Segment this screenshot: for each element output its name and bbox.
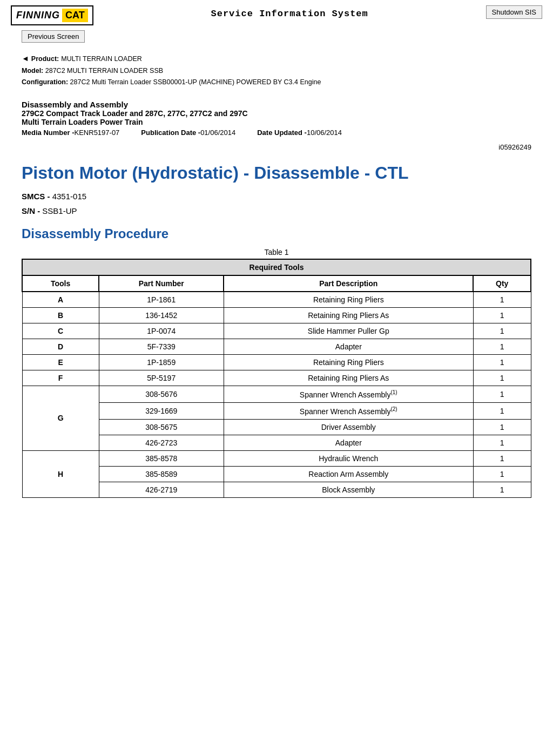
part-desc-F: Retaining Ring Pliers As: [224, 370, 473, 386]
table-row: B 136-1452 Retaining Ring Pliers As 1: [22, 308, 531, 323]
updated-date-value: 10/06/2014: [307, 129, 342, 137]
part-num-F: 5P-5197: [99, 370, 224, 386]
part-desc-G1: Spanner Wrench Assembly(1): [224, 386, 473, 403]
header: FINNING CAT Service Information System S…: [0, 0, 553, 28]
part-num-H1: 385-8578: [99, 450, 224, 466]
pub-date-value: 01/06/2014: [200, 129, 235, 137]
table-caption: Table 1: [22, 248, 531, 256]
qty-G1: 1: [473, 386, 531, 403]
qty-H3: 1: [473, 482, 531, 497]
part-num-H2: 385-8589: [99, 466, 224, 482]
doc-meta-row: Media Number -KENR5197-07 Publication Da…: [22, 129, 531, 137]
media-number: KENR5197-07: [75, 129, 120, 137]
qty-H2: 1: [473, 466, 531, 482]
table-row: A 1P-1861 Retaining Ring Pliers 1: [22, 292, 531, 308]
doc-section: Disassembly and Assembly 279C2 Compact T…: [0, 92, 553, 140]
part-desc-E: Retaining Ring Pliers: [224, 355, 473, 370]
part-num-E: 1P-1859: [99, 355, 224, 370]
part-desc-A: Retaining Ring Pliers: [224, 292, 473, 308]
qty-D: 1: [473, 339, 531, 355]
tool-F: F: [22, 370, 99, 386]
part-desc-H1: Hydraulic Wrench: [224, 450, 473, 466]
smcs-line: SMCS - 4351-015: [0, 186, 553, 206]
qty-G4: 1: [473, 435, 531, 450]
table-row: C 1P-0074 Slide Hammer Puller Gp 1: [22, 323, 531, 339]
table-section: Table 1 Required Tools Tools Part Number…: [0, 245, 553, 508]
table-row: D 5F-7339 Adapter 1: [22, 339, 531, 355]
table-row: 426-2723 Adapter 1: [22, 435, 531, 450]
part-num-B: 136-1452: [99, 308, 224, 323]
tool-E: E: [22, 355, 99, 370]
table-row: H 385-8578 Hydraulic Wrench 1: [22, 450, 531, 466]
updated-label: Date Updated -: [257, 129, 307, 137]
qty-G2: 1: [473, 402, 531, 419]
shutdown-button[interactable]: Shutdown SIS: [486, 5, 542, 19]
table-row: E 1P-1859 Retaining Ring Pliers 1: [22, 355, 531, 370]
required-tools-table: Required Tools Tools Part Number Part De…: [22, 259, 531, 497]
part-desc-C: Slide Hammer Puller Gp: [224, 323, 473, 339]
pub-date-label: Publication Date -: [141, 129, 200, 137]
col-qty: Qty: [473, 275, 531, 292]
service-info-title: Service Information System: [93, 5, 486, 19]
table-row: 385-8589 Reaction Arm Assembly 1: [22, 466, 531, 482]
table-row: 329-1669 Spanner Wrench Assembly(2) 1: [22, 402, 531, 419]
part-desc-G2: Spanner Wrench Assembly(2): [224, 402, 473, 419]
pub-date-item: Publication Date -01/06/2014: [141, 129, 235, 137]
tool-C: C: [22, 323, 99, 339]
sn-label: S/N -: [22, 206, 40, 215]
smcs-value: 4351-015: [52, 192, 86, 201]
part-desc-H2: Reaction Arm Assembly: [224, 466, 473, 482]
table-row: 426-2719 Block Assembly 1: [22, 482, 531, 497]
tool-D: D: [22, 339, 99, 355]
table-header-cell: Required Tools: [22, 259, 531, 275]
doc-subtitle2: Multi Terrain Loaders Power Train: [22, 118, 531, 126]
qty-F: 1: [473, 370, 531, 386]
table-col-header-row: Tools Part Number Part Description Qty: [22, 275, 531, 292]
part-num-G1: 308-5676: [99, 386, 224, 403]
sn-line: S/N - SSB1-UP: [0, 206, 553, 221]
smcs-label: SMCS -: [22, 192, 50, 201]
media-label: Media Number -: [22, 129, 75, 137]
doc-subtitle1: 279C2 Compact Track Loader and 287C, 277…: [22, 109, 531, 118]
tool-B: B: [22, 308, 99, 323]
part-desc-G3: Driver Assembly: [224, 419, 473, 435]
doc-section-title: Disassembly and Assembly: [22, 100, 531, 109]
logo-area: FINNING CAT: [11, 5, 93, 25]
product-line: ◄ Product: MULTI TERRAIN LOADER: [22, 52, 531, 65]
config-line: Configuration: 287C2 Multi Terrain Loade…: [22, 77, 531, 88]
product-bullet: ◄: [22, 52, 29, 65]
updated-date-item: Date Updated -10/06/2014: [257, 129, 342, 137]
col-part-number: Part Number: [99, 275, 224, 292]
config-value: 287C2 Multi Terrain Loader SSB00001-UP (…: [70, 78, 321, 86]
part-num-G2: 329-1669: [99, 402, 224, 419]
table-row: 308-5675 Driver Assembly 1: [22, 419, 531, 435]
model-value: 287C2 MULTI TERRAIN LOADER SSB: [45, 67, 163, 75]
logo-box: FINNING CAT: [11, 5, 93, 25]
part-num-D: 5F-7339: [99, 339, 224, 355]
col-part-description: Part Description: [224, 275, 473, 292]
tool-A: A: [22, 292, 99, 308]
qty-H1: 1: [473, 450, 531, 466]
part-desc-G4: Adapter: [224, 435, 473, 450]
part-num-G4: 426-2723: [99, 435, 224, 450]
meta-section: ◄ Product: MULTI TERRAIN LOADER Model: 2…: [0, 43, 553, 92]
part-num-C: 1P-0074: [99, 323, 224, 339]
config-label: Configuration:: [22, 78, 68, 86]
part-desc-B: Retaining Ring Pliers As: [224, 308, 473, 323]
qty-A: 1: [473, 292, 531, 308]
table-row: G 308-5676 Spanner Wrench Assembly(1) 1: [22, 386, 531, 403]
disassembly-title: Disassembly Procedure: [0, 221, 553, 245]
qty-C: 1: [473, 323, 531, 339]
model-label: Model:: [22, 67, 43, 75]
table-row: F 5P-5197 Retaining Ring Pliers As 1: [22, 370, 531, 386]
part-num-H3: 426-2719: [99, 482, 224, 497]
product-label: Product:: [31, 53, 59, 65]
part-num-G3: 308-5675: [99, 419, 224, 435]
sn-value: SSB1-UP: [42, 206, 77, 215]
cat-logo: CAT: [62, 9, 88, 22]
part-desc-D: Adapter: [224, 339, 473, 355]
part-desc-H3: Block Assembly: [224, 482, 473, 497]
prev-screen-area: Previous Screen: [0, 28, 553, 43]
previous-screen-button[interactable]: Previous Screen: [22, 30, 85, 43]
qty-B: 1: [473, 308, 531, 323]
